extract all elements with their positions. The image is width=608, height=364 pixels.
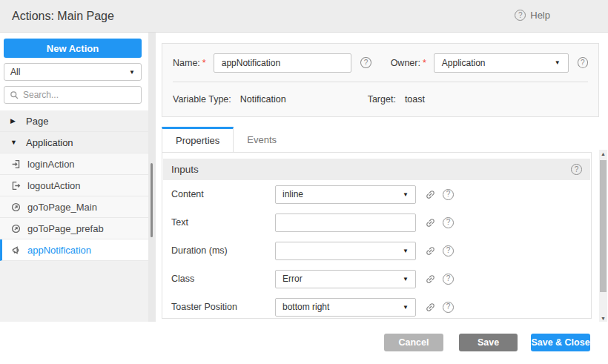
tree-group-application[interactable]: ▼ Application: [0, 132, 148, 153]
bind-link-icon[interactable]: [425, 189, 436, 200]
owner-select[interactable]: Application ▼: [434, 53, 569, 73]
property-label: Class: [171, 274, 275, 284]
login-icon: [10, 159, 21, 169]
bind-link-icon[interactable]: [425, 245, 436, 257]
properties-panel: Inputs ? Content inline ▼ ? Text: [162, 152, 592, 319]
tree-item-label: goToPage_prefab: [27, 223, 104, 234]
notification-icon: [10, 245, 21, 255]
tree-item-label: appNotification: [27, 245, 91, 256]
property-label: Content: [171, 189, 275, 199]
cancel-button[interactable]: Cancel: [384, 334, 443, 351]
inputs-section-header: Inputs ?: [163, 159, 590, 180]
action-search[interactable]: [4, 86, 142, 104]
goto-page-icon: [10, 223, 21, 234]
tree-item-gotopage-main[interactable]: goToPage_Main: [0, 196, 148, 218]
content-help-icon[interactable]: ?: [443, 189, 454, 200]
tree-item-gotopage-prefab[interactable]: goToPage_prefab: [0, 218, 148, 239]
caret-down-icon[interactable]: ▼: [10, 139, 19, 146]
text-help-icon[interactable]: ?: [443, 217, 454, 228]
class-help-icon[interactable]: ?: [443, 274, 454, 285]
tree-item-label: logoutAction: [27, 180, 81, 191]
chevron-down-icon: ▼: [403, 276, 409, 282]
property-label: Duration (ms): [171, 245, 275, 256]
name-help-icon[interactable]: ?: [360, 57, 371, 68]
name-input[interactable]: [214, 53, 352, 73]
filter-selected-value: All: [10, 67, 20, 77]
owner-selected-value: Application: [442, 58, 486, 68]
duration-help-icon[interactable]: ?: [443, 245, 454, 257]
action-summary-panel: Name: * ? Owner: * Application ▼ ? Varia…: [162, 43, 599, 117]
property-row-content: Content inline ▼ ?: [162, 180, 591, 208]
sidebar-scrollbar[interactable]: [148, 33, 156, 322]
chevron-down-icon: ▼: [403, 191, 409, 198]
tree-item-app-notification[interactable]: appNotification: [0, 239, 148, 261]
tree-item-logout-action[interactable]: logoutAction: [0, 175, 148, 196]
properties-scrollbar[interactable]: ▲ ▼: [599, 150, 607, 323]
new-action-button[interactable]: New Action: [4, 39, 142, 58]
tree-group-label: Page: [26, 116, 48, 127]
caret-right-icon[interactable]: ▶: [10, 117, 19, 125]
property-label: Toaster Position: [171, 302, 275, 312]
required-marker: *: [423, 58, 426, 68]
tree-item-label: loginAction: [27, 159, 75, 170]
save-button[interactable]: Save: [459, 334, 518, 351]
action-detail-panel: Name: * ? Owner: * Application ▼ ? Varia…: [156, 33, 608, 364]
text-input[interactable]: [275, 214, 416, 232]
chevron-down-icon: ▼: [555, 59, 561, 66]
properties-scrollbar-thumb[interactable]: [600, 160, 607, 292]
variable-type-value: Notification: [240, 94, 286, 105]
tree-group-label: Application: [26, 137, 73, 148]
owner-label: Owner:: [391, 58, 420, 68]
scroll-up-icon[interactable]: ▲: [599, 150, 607, 159]
content-selected-value: inline: [282, 189, 303, 199]
bind-link-icon[interactable]: [425, 274, 436, 285]
class-selected-value: Error: [282, 274, 303, 284]
variable-type-label: Variable Type:: [173, 94, 231, 105]
help-icon[interactable]: ?: [515, 10, 526, 21]
property-row-text: Text ?: [162, 208, 591, 236]
search-input[interactable]: [23, 90, 136, 100]
tab-events[interactable]: Events: [234, 127, 290, 152]
inputs-rows: Content inline ▼ ? Text: [162, 180, 591, 319]
help-button[interactable]: ? Help: [515, 10, 550, 21]
type-target-row: Variable Type: Notification Target: toas…: [173, 82, 588, 116]
owner-help-icon[interactable]: ?: [578, 57, 588, 68]
detail-tabs: Properties Events: [162, 127, 290, 152]
tab-properties[interactable]: Properties: [162, 127, 234, 152]
toaster-position-select[interactable]: bottom right ▼: [275, 298, 416, 317]
sidebar-scrollbar-thumb[interactable]: [151, 163, 153, 237]
bind-link-icon[interactable]: [425, 217, 436, 228]
toaster-position-help-icon[interactable]: ?: [443, 302, 454, 313]
property-label: Text: [171, 217, 275, 228]
goto-page-icon: [10, 202, 21, 212]
duration-select[interactable]: ▼: [275, 242, 416, 260]
actions-dialog: Actions: Main Page ? Help New Action All…: [0, 0, 608, 364]
toaster-position-selected-value: bottom right: [282, 302, 329, 312]
tree-item-label: goToPage_Main: [27, 202, 97, 213]
name-label: Name:: [173, 58, 200, 68]
tree-group-page[interactable]: ▶ Page: [0, 110, 148, 132]
inputs-section-title: Inputs: [171, 164, 199, 175]
content-select[interactable]: inline ▼: [275, 185, 416, 204]
save-and-close-button[interactable]: Save & Close: [531, 334, 590, 351]
sidebar-empty-area: [0, 261, 148, 322]
property-row-toaster-position: Toaster Position bottom right ▼ ?: [162, 293, 591, 319]
chevron-down-icon: ▼: [403, 304, 409, 311]
help-label: Help: [530, 10, 550, 21]
tree-item-login-action[interactable]: loginAction: [0, 153, 148, 175]
class-select[interactable]: Error ▼: [275, 270, 416, 288]
bind-link-icon[interactable]: [425, 302, 436, 313]
search-icon: [9, 90, 19, 100]
property-row-duration: Duration (ms) ▼ ?: [162, 236, 591, 265]
required-marker: *: [202, 58, 206, 68]
target-label: Target:: [368, 94, 396, 105]
chevron-down-icon: ▼: [129, 69, 135, 76]
logout-icon: [10, 180, 21, 191]
target-value: toast: [405, 94, 425, 105]
dialog-footer: Cancel Save Save & Close: [0, 322, 608, 364]
inputs-help-icon[interactable]: ?: [571, 164, 582, 175]
action-filter-select[interactable]: All ▼: [4, 63, 142, 81]
dialog-header: Actions: Main Page ? Help: [0, 0, 608, 33]
property-row-class: Class Error ▼ ?: [162, 265, 591, 293]
name-owner-row: Name: * ? Owner: * Application ▼ ?: [173, 44, 588, 82]
